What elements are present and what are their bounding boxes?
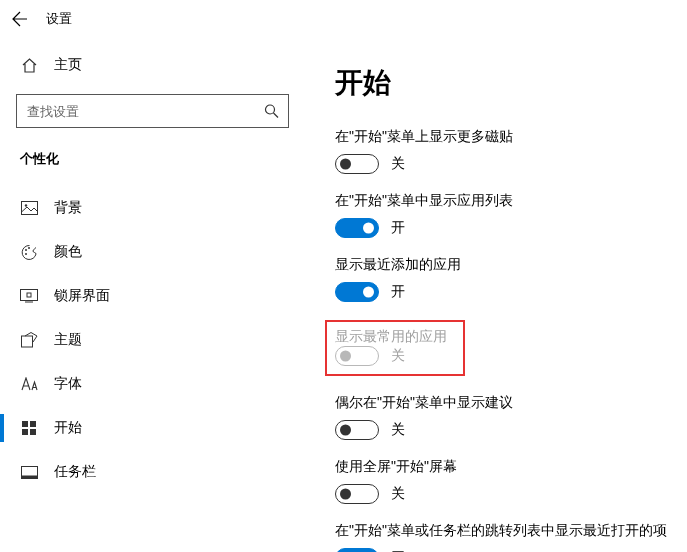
sidebar-item-label: 字体 bbox=[54, 375, 82, 393]
toggle-knob bbox=[340, 351, 351, 362]
window-title: 设置 bbox=[46, 10, 72, 28]
section-title: 个性化 bbox=[16, 150, 289, 186]
home-icon bbox=[20, 57, 38, 74]
toggle-knob bbox=[340, 489, 351, 500]
setting-label: 在"开始"菜单上显示更多磁贴 bbox=[335, 128, 687, 146]
svg-point-3 bbox=[24, 204, 26, 206]
svg-line-1 bbox=[274, 113, 279, 118]
setting-label: 在"开始"菜单中显示应用列表 bbox=[335, 192, 687, 210]
svg-rect-10 bbox=[21, 336, 32, 347]
svg-rect-13 bbox=[22, 429, 28, 435]
svg-point-0 bbox=[266, 105, 275, 114]
page-title: 开始 bbox=[335, 64, 687, 102]
arrow-left-icon bbox=[12, 11, 28, 27]
settings-list: 在"开始"菜单上显示更多磁贴关在"开始"菜单中显示应用列表开显示最近添加的应用开… bbox=[335, 128, 687, 552]
toggle-switch bbox=[335, 346, 379, 366]
toggle-state-text: 关 bbox=[391, 347, 405, 365]
lockscreen-icon bbox=[20, 289, 38, 303]
toggle-switch[interactable] bbox=[335, 548, 379, 552]
toggle-knob bbox=[340, 159, 351, 170]
start-icon bbox=[20, 421, 38, 436]
setting-item: 使用全屏"开始"屏幕关 bbox=[335, 458, 687, 504]
toggle-row: 关 bbox=[335, 484, 687, 504]
toggle-switch[interactable] bbox=[335, 218, 379, 238]
svg-rect-9 bbox=[27, 293, 31, 297]
svg-rect-12 bbox=[30, 421, 36, 427]
sidebar-item-label: 主题 bbox=[54, 331, 82, 349]
main-panel: 开始 在"开始"菜单上显示更多磁贴关在"开始"菜单中显示应用列表开显示最近添加的… bbox=[305, 38, 687, 552]
sidebar-item-colors[interactable]: 颜色 bbox=[16, 230, 289, 274]
font-icon bbox=[20, 377, 38, 391]
titlebar: 设置 bbox=[0, 0, 687, 38]
toggle-row: 关 bbox=[335, 154, 687, 174]
content-area: 主页 个性化 背景 颜色 锁屏界面 主题 字体 bbox=[0, 38, 687, 552]
sidebar-item-fonts[interactable]: 字体 bbox=[16, 362, 289, 406]
toggle-row: 关 bbox=[335, 346, 453, 366]
svg-rect-11 bbox=[22, 421, 28, 427]
sidebar-item-themes[interactable]: 主题 bbox=[16, 318, 289, 362]
toggle-knob bbox=[340, 425, 351, 436]
setting-label: 在"开始"菜单或任务栏的跳转列表中显示最近打开的项 bbox=[335, 522, 687, 540]
sidebar-item-label: 任务栏 bbox=[54, 463, 96, 481]
toggle-row: 开 bbox=[335, 548, 687, 552]
setting-item: 显示最近添加的应用开 bbox=[335, 256, 687, 302]
setting-label: 使用全屏"开始"屏幕 bbox=[335, 458, 687, 476]
picture-icon bbox=[20, 201, 38, 215]
svg-rect-8 bbox=[25, 302, 33, 303]
toggle-knob bbox=[363, 223, 374, 234]
svg-point-6 bbox=[25, 253, 27, 255]
toggle-row: 开 bbox=[335, 218, 687, 238]
svg-point-5 bbox=[28, 247, 30, 249]
setting-item: 偶尔在"开始"菜单中显示建议关 bbox=[335, 394, 687, 440]
svg-rect-14 bbox=[30, 429, 36, 435]
toggle-switch[interactable] bbox=[335, 420, 379, 440]
toggle-state-text: 开 bbox=[391, 219, 405, 237]
home-nav[interactable]: 主页 bbox=[16, 48, 289, 94]
sidebar-item-start[interactable]: 开始 bbox=[16, 406, 289, 450]
toggle-state-text: 开 bbox=[391, 283, 405, 301]
search-wrap bbox=[16, 94, 289, 128]
setting-label: 偶尔在"开始"菜单中显示建议 bbox=[335, 394, 687, 412]
back-button[interactable] bbox=[12, 11, 28, 27]
toggle-state-text: 关 bbox=[391, 421, 405, 439]
highlight-box: 显示最常用的应用关 bbox=[325, 320, 465, 376]
taskbar-icon bbox=[20, 466, 38, 479]
toggle-row: 关 bbox=[335, 420, 687, 440]
sidebar-item-label: 锁屏界面 bbox=[54, 287, 110, 305]
palette-icon bbox=[20, 244, 38, 261]
sidebar-item-lockscreen[interactable]: 锁屏界面 bbox=[16, 274, 289, 318]
sidebar-item-label: 背景 bbox=[54, 199, 82, 217]
toggle-switch[interactable] bbox=[335, 484, 379, 504]
search-icon bbox=[264, 104, 279, 119]
toggle-state-text: 关 bbox=[391, 485, 405, 503]
svg-rect-7 bbox=[21, 290, 38, 301]
setting-label: 显示最常用的应用 bbox=[335, 328, 453, 346]
svg-rect-16 bbox=[21, 475, 37, 478]
toggle-switch[interactable] bbox=[335, 282, 379, 302]
setting-item: 在"开始"菜单中显示应用列表开 bbox=[335, 192, 687, 238]
toggle-state-text: 关 bbox=[391, 155, 405, 173]
setting-item: 在"开始"菜单上显示更多磁贴关 bbox=[335, 128, 687, 174]
setting-item: 在"开始"菜单或任务栏的跳转列表中显示最近打开的项开 bbox=[335, 522, 687, 552]
toggle-row: 开 bbox=[335, 282, 687, 302]
home-label: 主页 bbox=[54, 56, 82, 74]
svg-point-4 bbox=[25, 249, 27, 251]
sidebar-item-taskbar[interactable]: 任务栏 bbox=[16, 450, 289, 494]
search-input[interactable] bbox=[16, 94, 289, 128]
sidebar-item-background[interactable]: 背景 bbox=[16, 186, 289, 230]
toggle-switch[interactable] bbox=[335, 154, 379, 174]
themes-icon bbox=[20, 332, 38, 349]
sidebar: 主页 个性化 背景 颜色 锁屏界面 主题 字体 bbox=[0, 38, 305, 552]
sidebar-item-label: 颜色 bbox=[54, 243, 82, 261]
toggle-knob bbox=[363, 287, 374, 298]
setting-label: 显示最近添加的应用 bbox=[335, 256, 687, 274]
sidebar-item-label: 开始 bbox=[54, 419, 82, 437]
svg-rect-2 bbox=[21, 202, 37, 215]
setting-item: 显示最常用的应用关 bbox=[335, 320, 687, 376]
